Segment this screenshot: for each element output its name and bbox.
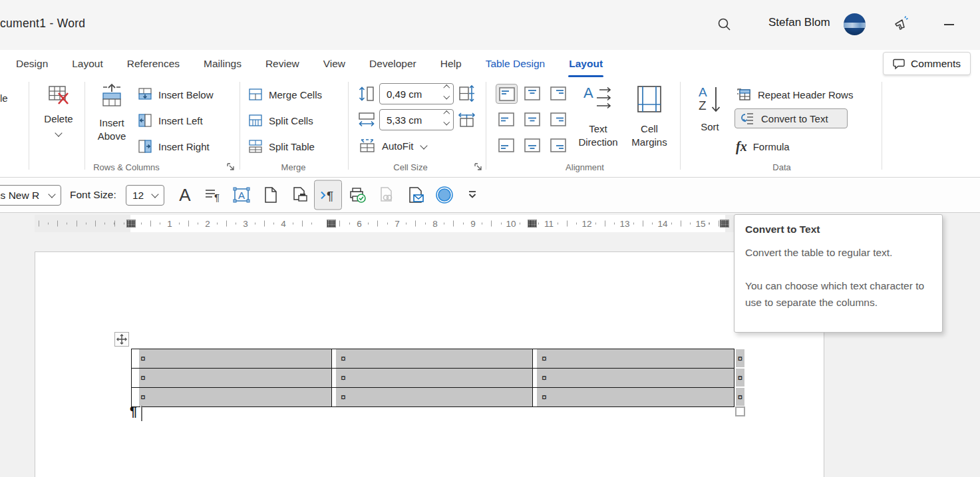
tab-review[interactable]: Review xyxy=(265,57,300,71)
split-cells-label: Split Cells xyxy=(269,115,313,126)
convert-to-text-button[interactable]: Convert to Text xyxy=(735,108,848,128)
avatar[interactable] xyxy=(844,13,866,35)
font-name-select[interactable]: es New R xyxy=(0,185,61,206)
align-top-center-button[interactable] xyxy=(522,84,542,102)
align-top-right-button[interactable] xyxy=(548,84,568,102)
selected-table[interactable]: ¤ ¤ ¤ ¤ ¤ ¤ ¤ ¤ ¤ xyxy=(131,349,735,407)
column-width-decrease[interactable] xyxy=(443,118,449,124)
font-dialog-button[interactable]: A xyxy=(179,185,190,206)
sort-button[interactable]: A Z Sort xyxy=(692,84,728,134)
insert-right-button[interactable]: Insert Right xyxy=(138,137,210,156)
align-bottom-center-button[interactable] xyxy=(522,136,542,154)
ruler-number: 12 xyxy=(581,219,591,229)
table-cell[interactable]: ¤ xyxy=(332,369,533,387)
group-separator xyxy=(348,82,349,170)
table-column-marker[interactable] xyxy=(720,220,729,228)
table-resize-handle[interactable] xyxy=(735,406,745,416)
merge-cells-button[interactable]: Merge Cells xyxy=(248,85,322,104)
delete-button[interactable]: Delete xyxy=(37,84,81,136)
distribute-rows-button[interactable] xyxy=(458,84,476,102)
new-document-button[interactable] xyxy=(263,186,278,204)
formula-button[interactable]: fx Formula xyxy=(736,137,790,156)
rows-columns-dialog-launcher[interactable] xyxy=(226,162,235,171)
autofit-label: AutoFit xyxy=(382,140,414,152)
merge-cells-icon xyxy=(248,87,263,102)
table-column-marker[interactable] xyxy=(327,220,336,228)
ruler-number: 14 xyxy=(657,219,667,229)
print-preview-button[interactable] xyxy=(292,186,308,204)
comments-button[interactable]: Comments xyxy=(883,52,971,75)
minimize-button[interactable] xyxy=(944,24,954,25)
tab-help[interactable]: Help xyxy=(440,57,462,71)
table-cell[interactable]: ¤ xyxy=(332,388,533,406)
search-icon[interactable] xyxy=(717,17,731,31)
tab-references[interactable]: References xyxy=(126,57,180,71)
formatting-marks-toggle[interactable]: ¶ xyxy=(314,180,342,210)
table-cell[interactable]: ¤ xyxy=(332,349,533,368)
tab-design[interactable]: Design xyxy=(15,57,49,71)
distribute-columns-button[interactable] xyxy=(458,110,476,128)
font-size-select[interactable]: 12 xyxy=(126,185,164,206)
autofit-button[interactable]: AutoFit xyxy=(359,136,426,155)
font-size-label: Font Size: xyxy=(70,189,116,201)
tab-developer[interactable]: Developer xyxy=(369,57,417,71)
table-column-marker[interactable] xyxy=(126,220,136,228)
table-cell[interactable]: ¤ xyxy=(132,349,332,368)
table-cell[interactable]: ¤ xyxy=(132,369,332,387)
table-move-handle[interactable] xyxy=(114,332,129,347)
align-center-button[interactable] xyxy=(522,110,542,128)
table-cell[interactable]: ¤ xyxy=(533,349,734,368)
end-of-cell-marker: ¤ xyxy=(140,392,146,402)
blue-circle-indicator[interactable] xyxy=(435,186,454,204)
split-table-button[interactable]: Split Table xyxy=(248,137,315,156)
table-column-marker[interactable] xyxy=(528,220,537,228)
repeat-header-rows-label: Repeat Header Rows xyxy=(758,89,853,100)
svg-text:¶: ¶ xyxy=(327,188,333,202)
align-bottom-left-button[interactable] xyxy=(496,136,516,154)
tab-table-layout-active[interactable]: Layout xyxy=(568,57,603,71)
cell-size-dialog-launcher[interactable] xyxy=(474,162,482,171)
text-direction-label: Text Direction xyxy=(573,122,623,149)
repeat-header-rows-button[interactable]: Repeat Header Rows xyxy=(736,85,853,104)
insert-below-button[interactable]: Insert Below xyxy=(138,85,214,104)
feedback-megaphone-icon[interactable] xyxy=(893,14,911,32)
insert-below-label: Insert Below xyxy=(158,89,214,100)
repeat-header-rows-icon xyxy=(736,87,752,102)
insert-above-button[interactable]: Insert Above xyxy=(92,83,132,143)
delete-table-icon xyxy=(47,84,70,106)
text-direction-button[interactable]: A Text Direction xyxy=(573,84,623,149)
cell-margins-button[interactable]: Cell Margins xyxy=(625,84,673,149)
table-cell[interactable]: ¤ xyxy=(132,388,332,406)
send-email-button[interactable] xyxy=(408,186,424,204)
row-height-decrease[interactable] xyxy=(443,92,449,98)
toolbar-overflow-button[interactable] xyxy=(467,190,478,200)
font-size-value: 12 xyxy=(132,190,144,202)
insert-left-icon xyxy=(138,113,152,128)
end-of-cell-marker: ¤ xyxy=(140,373,146,383)
tab-view[interactable]: View xyxy=(323,57,346,71)
split-cells-button[interactable]: Split Cells xyxy=(248,111,313,130)
ribbon-tab-row: Design Layout References Mailings Review… xyxy=(0,50,980,78)
align-center-right-button[interactable] xyxy=(548,110,568,128)
align-center-left-button[interactable] xyxy=(496,110,516,128)
table-cell[interactable]: ¤ xyxy=(533,369,734,387)
quick-print-button[interactable] xyxy=(349,186,366,204)
tab-table-design[interactable]: Table Design xyxy=(485,57,546,71)
insert-left-button[interactable]: Insert Left xyxy=(138,111,203,130)
row-height-input[interactable]: 0,49 cm xyxy=(379,83,454,104)
row-height-increase[interactable] xyxy=(443,85,449,91)
text-frame-button[interactable]: A xyxy=(233,187,250,203)
align-bottom-right-button[interactable] xyxy=(548,136,568,154)
align-top-left-button[interactable] xyxy=(496,84,518,104)
column-width-increase[interactable] xyxy=(443,111,449,117)
account-name[interactable]: Stefan Blom xyxy=(768,16,830,29)
paragraph-settings-button[interactable]: ¶ xyxy=(204,188,222,202)
paste-link-button-disabled xyxy=(379,186,395,204)
table-row: ¤ ¤ ¤ xyxy=(132,369,734,388)
end-of-row-marker: ¤ xyxy=(736,369,744,387)
tab-mailings[interactable]: Mailings xyxy=(203,57,242,71)
tab-layout[interactable]: Layout xyxy=(71,57,104,71)
column-width-input[interactable]: 5,33 cm xyxy=(379,109,454,130)
table-cell[interactable]: ¤ xyxy=(533,388,734,406)
document-page[interactable]: ¤ ¤ ¤ ¤ ¤ ¤ ¤ ¤ ¤ ¤ ¤ ¤ ¶ xyxy=(35,251,824,477)
